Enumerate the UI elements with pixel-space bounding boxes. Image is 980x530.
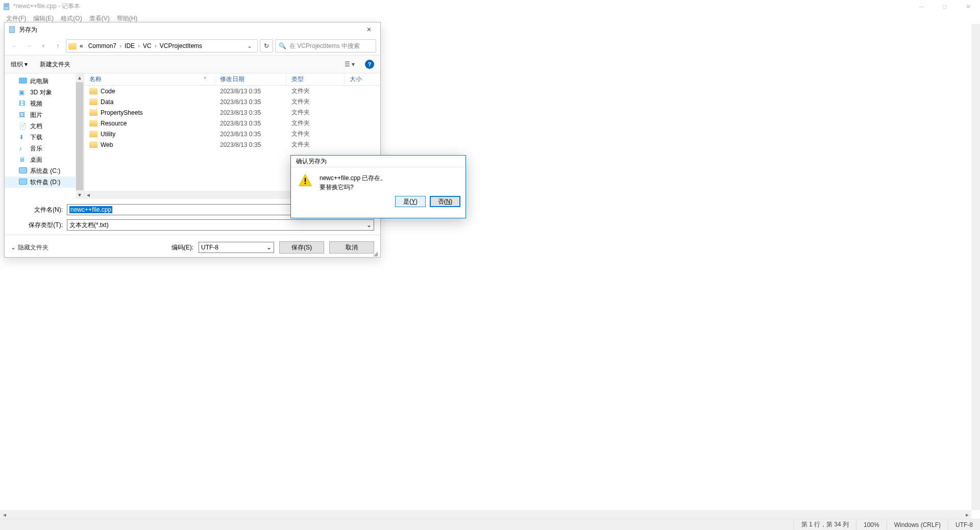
minimize-button[interactable]: ─ bbox=[910, 0, 933, 13]
notepad-scrollbar-h[interactable]: ◂ ▸ bbox=[0, 510, 971, 519]
svg-rect-2 bbox=[5, 5, 8, 6]
breadcrumb-ide[interactable]: IDE bbox=[122, 41, 137, 51]
encoding-label: 编码(E): bbox=[172, 243, 193, 252]
chevron-down-icon: ⌄ bbox=[11, 244, 16, 251]
svg-rect-6 bbox=[305, 178, 306, 182]
newfolder-button[interactable]: 新建文件夹 bbox=[40, 60, 70, 69]
music-icon: ♪ bbox=[19, 145, 27, 152]
folder-icon bbox=[68, 43, 77, 49]
list-item[interactable]: Resource2023/8/13 0:35文件夹 bbox=[84, 118, 380, 129]
scroll-left-icon[interactable]: ◂ bbox=[0, 510, 9, 519]
organize-button[interactable]: 组织 ▾ bbox=[11, 60, 28, 69]
saveas-bottom: ⌄隐藏文件夹 编码(E): UTF-8⌄ 保存(S) 取消 bbox=[5, 235, 380, 260]
tree-item[interactable]: ⬇下载 bbox=[5, 132, 84, 143]
hide-folders-toggle[interactable]: ⌄隐藏文件夹 bbox=[11, 243, 48, 252]
tree-item[interactable]: 此电脑 bbox=[5, 75, 84, 87]
confirm-line1: newc++file.cpp 已存在。 bbox=[320, 173, 386, 183]
scroll-left-icon[interactable]: ◂ bbox=[84, 191, 92, 199]
tree-item[interactable]: 🎞视频 bbox=[5, 98, 84, 109]
notepad-statusbar: 第 1 行，第 34 列 100% Windows (CRLF) UTF-8 bbox=[0, 519, 980, 530]
filetype-label: 保存类型(T): bbox=[11, 221, 67, 230]
breadcrumb-vc[interactable]: VC bbox=[141, 41, 154, 51]
notepad-icon bbox=[3, 3, 10, 10]
list-item[interactable]: Web2023/8/13 0:35文件夹 bbox=[84, 139, 380, 150]
tree-item[interactable]: ▣3D 对象 bbox=[5, 87, 84, 98]
tree-item[interactable]: 系统盘 (C:) bbox=[5, 165, 84, 176]
tree-item-label: 文档 bbox=[30, 122, 42, 131]
item-name: Web bbox=[101, 141, 113, 148]
item-date: 2023/8/13 0:35 bbox=[215, 109, 286, 116]
encoding-select[interactable]: UTF-8⌄ bbox=[199, 242, 274, 253]
col-type[interactable]: 类型 bbox=[286, 73, 345, 85]
confirm-no-button[interactable]: 否(N) bbox=[430, 196, 460, 207]
tree-item[interactable]: 📄文档 bbox=[5, 120, 84, 132]
breadcrumb-vcprojectitems[interactable]: VCProjectItems bbox=[158, 41, 204, 51]
item-date: 2023/8/13 0:35 bbox=[215, 131, 286, 138]
item-type: 文件夹 bbox=[286, 97, 345, 106]
maximize-button[interactable]: □ bbox=[933, 0, 957, 13]
breadcrumb-common7[interactable]: Common7 bbox=[86, 41, 118, 51]
list-header: 名称˄ 修改日期 类型 大小 bbox=[84, 73, 380, 86]
confirm-yes-button[interactable]: 是(Y) bbox=[395, 196, 426, 207]
search-placeholder: 在 VCProjectItems 中搜索 bbox=[289, 42, 360, 51]
list-item[interactable]: Data2023/8/13 0:35文件夹 bbox=[84, 96, 380, 107]
tree-item[interactable]: 🖥桌面 bbox=[5, 154, 84, 165]
tree-item[interactable]: ♪音乐 bbox=[5, 143, 84, 154]
saveas-close-button[interactable]: ✕ bbox=[358, 22, 380, 37]
svg-rect-3 bbox=[5, 6, 8, 7]
item-name: Code bbox=[101, 88, 115, 95]
tree-item-label: 此电脑 bbox=[30, 77, 48, 86]
nav-recent-button[interactable]: ▾ bbox=[37, 40, 50, 52]
resize-grip[interactable]: ◢ bbox=[373, 250, 379, 256]
saveas-dialog: 另存为 ✕ ← → ▾ ↑ « Common7› IDE› VC› VCProj… bbox=[4, 22, 381, 258]
help-icon[interactable]: ? bbox=[365, 60, 374, 69]
confirm-line2: 要替换它吗? bbox=[320, 183, 386, 192]
col-name[interactable]: 名称˄ bbox=[84, 73, 215, 85]
notepad-title: *newc++file.cpp - 记事本 bbox=[13, 2, 910, 11]
status-eol: Windows (CRLF) bbox=[887, 519, 948, 530]
cancel-button[interactable]: 取消 bbox=[329, 241, 374, 254]
saveas-title: 另存为 bbox=[19, 26, 358, 34]
nav-forward-button[interactable]: → bbox=[23, 40, 35, 52]
tree-item-label: 3D 对象 bbox=[30, 88, 52, 97]
list-item[interactable]: Utility2023/8/13 0:35文件夹 bbox=[84, 129, 380, 139]
item-type: 文件夹 bbox=[286, 140, 345, 149]
item-name: Data bbox=[101, 98, 113, 106]
list-item[interactable]: Code2023/8/13 0:35文件夹 bbox=[84, 86, 380, 96]
pic-icon: 🖼 bbox=[19, 111, 27, 118]
save-button[interactable]: 保存(S) bbox=[279, 241, 324, 254]
nav-up-button[interactable]: ↑ bbox=[52, 40, 64, 52]
breadcrumb-overflow[interactable]: « bbox=[78, 41, 85, 51]
item-date: 2023/8/13 0:35 bbox=[215, 141, 286, 148]
sort-asc-icon: ˄ bbox=[204, 77, 206, 82]
item-type: 文件夹 bbox=[286, 130, 345, 138]
address-bar[interactable]: « Common7› IDE› VC› VCProjectItems ⌄ bbox=[66, 39, 258, 53]
tree-scrollbar[interactable]: ▴ ▾ bbox=[76, 73, 84, 199]
scroll-thumb[interactable] bbox=[76, 82, 83, 190]
status-encoding: UTF-8 bbox=[948, 519, 980, 530]
folder-icon bbox=[89, 141, 97, 148]
scroll-up-icon[interactable]: ▴ bbox=[76, 73, 84, 82]
dl-icon: ⬇ bbox=[19, 134, 27, 141]
tree-item-label: 图片 bbox=[30, 111, 42, 119]
col-date[interactable]: 修改日期 bbox=[215, 73, 286, 85]
refresh-button[interactable]: ↻ bbox=[260, 39, 273, 53]
tree-item[interactable]: 🖼图片 bbox=[5, 109, 84, 120]
close-button[interactable]: ✕ bbox=[957, 0, 980, 13]
list-item[interactable]: PropertySheets2023/8/13 0:35文件夹 bbox=[84, 107, 380, 118]
folder-icon bbox=[89, 98, 97, 105]
item-type: 文件夹 bbox=[286, 119, 345, 128]
scroll-down-icon[interactable]: ▾ bbox=[76, 191, 84, 199]
folder-icon bbox=[89, 109, 97, 116]
folder-icon bbox=[89, 88, 97, 94]
tree-item[interactable]: 软件盘 (D:) bbox=[5, 176, 84, 188]
scroll-right-icon[interactable]: ▸ bbox=[963, 510, 971, 519]
search-input[interactable]: 🔍 在 VCProjectItems 中搜索 bbox=[275, 39, 376, 53]
notepad-scrollbar-v[interactable] bbox=[971, 24, 980, 510]
nav-back-button[interactable]: ← bbox=[9, 40, 21, 52]
address-dropdown-icon[interactable]: ⌄ bbox=[244, 42, 255, 49]
view-mode-button[interactable]: ☰ ▾ bbox=[340, 59, 359, 70]
col-size[interactable]: 大小 bbox=[345, 73, 375, 85]
notepad-titlebar: *newc++file.cpp - 记事本 ─ □ ✕ bbox=[0, 0, 980, 13]
filetype-select[interactable]: 文本文档(*.txt)⌄ bbox=[67, 219, 374, 231]
